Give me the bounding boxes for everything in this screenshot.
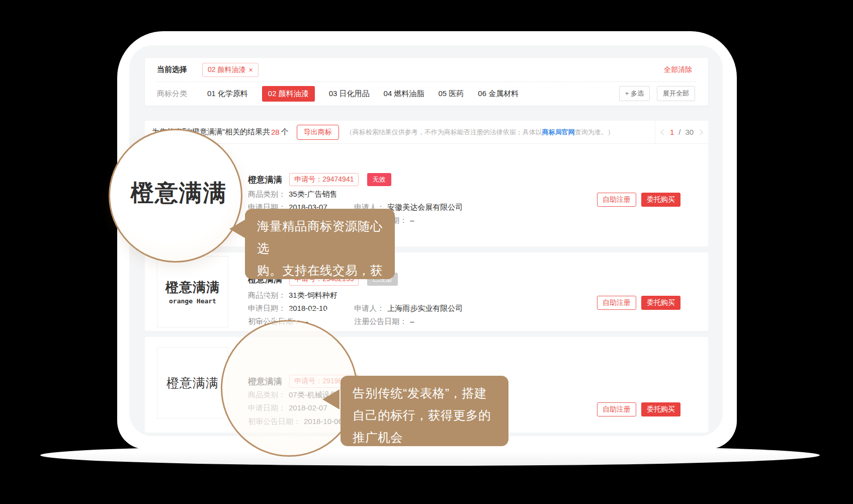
category-item-04[interactable]: 04 燃料油脂 — [384, 89, 424, 99]
application-number-tag: 申请号：29474941 — [289, 173, 359, 186]
results-block-2: 橙意满满 orange Heart 橙意满满 申请号：29482153 已注册 … — [145, 253, 708, 331]
trademark-thumbnail: 橙意满满 — [157, 347, 228, 418]
pagination-separator: / — [678, 128, 680, 136]
application-number-value: 29474941 — [322, 175, 354, 183]
callout-line: 推广机会 — [353, 427, 508, 449]
row-actions: 自助注册 委托购买 — [597, 296, 680, 310]
category-row: 商标分类 01 化学原料 02 颜料油漆 03 日化用品 04 燃料油脂 05 … — [145, 82, 708, 105]
pagination-next-icon[interactable] — [697, 129, 703, 135]
multi-select-button[interactable]: + 多选 — [619, 86, 650, 101]
disclaimer-text: （商标检索结果仅供参考，不作为商标能否注册的法律依据；具体以商标局官网查询为准。… — [346, 128, 614, 137]
callout-line: 自己的标行，获得更多的 — [353, 404, 508, 427]
self-register-button[interactable]: 自助注册 — [597, 402, 636, 416]
category-item-05[interactable]: 05 医药 — [438, 89, 464, 99]
clear-all-link[interactable]: 全部清除 — [664, 65, 692, 74]
callout-line: 购。支持在线交易，获得 — [257, 260, 395, 304]
trademark-thumb-subtext: orange Heart — [169, 297, 216, 305]
expand-all-button[interactable]: 展开全部 — [657, 86, 695, 101]
trademark-name[interactable]: 橙意满满 — [248, 175, 282, 185]
entrust-buy-button[interactable]: 委托购买 — [641, 193, 680, 207]
row-actions: 自助注册 委托购买 — [597, 402, 680, 416]
category-line: 商品类别：35类-广告销售 — [248, 190, 337, 199]
export-trademark-button[interactable]: 导出商标 — [297, 125, 339, 140]
results-header: 为您检索到“橙意满满”相关的结果共 28 个 导出商标 （商标检索结果仅供参考，… — [145, 121, 708, 144]
magnifier-circle-large: 橙意满满 — [109, 129, 242, 263]
callout-bubble-promotion: 告别传统“发表格”，搭建 自己的标行，获得更多的 推广机会 — [340, 376, 508, 446]
reg-publication-value: – — [410, 317, 414, 325]
callout-line: 海量精品商标资源随心选 — [257, 215, 395, 260]
pagination: 1 / 30 — [655, 121, 708, 143]
selected-filter-tag-label: 02 颜料油漆 — [208, 65, 245, 74]
category-item-06[interactable]: 06 金属材料 — [478, 89, 519, 99]
magnified-trademark-text: 橙意满满 — [131, 178, 227, 209]
reg-publication-value: – — [410, 216, 414, 224]
status-badge: 无效 — [367, 173, 391, 186]
category-value: 35类-广告销售 — [289, 190, 337, 198]
current-selection-row: 当前选择 02 颜料油漆 × 全部清除 — [145, 58, 708, 81]
disclaimer-pre: （商标检索结果仅供参考，不作为商标能否注册的法律依据；具体以 — [346, 128, 542, 136]
category-item-03[interactable]: 03 日化用品 — [329, 89, 370, 99]
pagination-current: 1 — [670, 128, 674, 136]
applicant-value: 上海雨步实业有限公司 — [387, 304, 463, 312]
selected-filter-tag[interactable]: 02 颜料油漆 × — [202, 63, 259, 77]
magnifier-circle-small — [221, 320, 358, 457]
disclaimer-post: 查询为准。） — [575, 128, 614, 136]
results-count: 28 — [271, 128, 280, 136]
category-label: 商品类别： — [248, 190, 286, 198]
category-item-01[interactable]: 01 化学原料 — [207, 89, 248, 99]
self-register-button[interactable]: 自助注册 — [597, 193, 636, 207]
trademark-office-link[interactable]: 商标局官网 — [542, 128, 575, 136]
row-actions: 自助注册 委托购买 — [597, 193, 680, 207]
category-row-label: 商标分类 — [157, 89, 187, 99]
application-number-label: 申请号： — [294, 175, 322, 183]
summary-unit: 个 — [281, 127, 289, 137]
trademark-name-line: 橙意满满 申请号：29474941 无效 — [248, 173, 391, 186]
page: 当前选择 02 颜料油漆 × 全部清除 商标分类 01 化学原料 02 颜料油漆… — [0, 0, 853, 504]
category-item-02-selected[interactable]: 02 颜料油漆 — [262, 86, 315, 102]
filter-card: 当前选择 02 颜料油漆 × 全部清除 商标分类 01 化学原料 02 颜料油漆… — [145, 58, 708, 106]
pagination-prev-icon[interactable] — [660, 129, 666, 135]
trademark-thumbnail: 橙意满满 orange Heart — [157, 256, 228, 327]
callout-bubble-marketplace: 海量精品商标资源随心选 购。支持在线交易，获得 更多的交易机会 — [245, 209, 395, 279]
pagination-total: 30 — [685, 128, 694, 136]
close-icon[interactable]: × — [248, 66, 252, 73]
callout-line: 更多的交易机会 — [257, 304, 395, 326]
self-register-button[interactable]: 自助注册 — [597, 296, 636, 310]
entrust-buy-button[interactable]: 委托购买 — [641, 402, 680, 416]
trademark-thumb-text: 橙意满满 — [166, 375, 219, 391]
entrust-buy-button[interactable]: 委托购买 — [641, 296, 680, 310]
callout-line: 告别传统“发表格”，搭建 — [353, 382, 508, 404]
applicant-value: 安徽美达会展有限公司 — [387, 203, 463, 211]
trademark-thumb-text: 橙意满满 — [165, 279, 220, 296]
current-selection-label: 当前选择 — [157, 65, 187, 74]
